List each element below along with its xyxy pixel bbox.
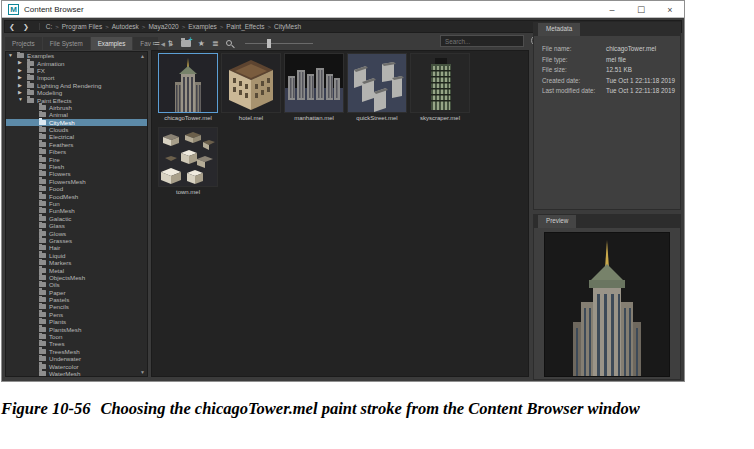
tree-item-label: Hair <box>49 244 60 251</box>
search-input[interactable] <box>440 35 524 47</box>
tree-item-treesmesh[interactable]: TreesMesh <box>6 348 147 355</box>
tree-item-liquid[interactable]: Liquid <box>6 252 147 259</box>
tree-item-paint-effects[interactable]: ▼Paint Effects <box>6 96 147 103</box>
tree-item-markers[interactable]: Markers <box>6 259 147 266</box>
tree-item-plantsmesh[interactable]: PlantsMesh <box>6 325 147 332</box>
list-view-icon[interactable]: ≔ <box>152 39 160 49</box>
tree-item-fire[interactable]: Fire <box>6 155 147 162</box>
tree-item-label: Animal <box>49 111 68 118</box>
tab-projects[interactable]: Projects <box>5 37 42 50</box>
tree-item-pens[interactable]: Pens <box>6 311 147 318</box>
tree-item-label: Flowers <box>49 170 71 177</box>
folder-icon <box>39 245 46 250</box>
tree-item-fibers[interactable]: Fibers <box>6 148 147 155</box>
tree-item-paper[interactable]: Paper <box>6 289 147 296</box>
tree-item-oils[interactable]: Oils <box>6 281 147 288</box>
forward-button[interactable]: ❯ <box>19 23 33 31</box>
tree-item-galactic[interactable]: Galactic <box>6 215 147 222</box>
tree-item-clouds[interactable]: Clouds <box>6 126 147 133</box>
filter-icon[interactable]: ≣ <box>212 39 219 49</box>
folder-icon <box>39 268 46 273</box>
breadcrumb-segment[interactable]: C: <box>46 23 53 30</box>
tree-item-fun[interactable]: Fun <box>6 200 147 207</box>
tree-item-feathers[interactable]: Feathers <box>6 141 147 148</box>
thumbnail-label: town.mel <box>157 189 219 195</box>
window-controls: – ☐ × <box>606 1 676 18</box>
folder-icon <box>39 208 46 213</box>
thumbnail-town[interactable]: town.mel <box>157 127 219 195</box>
tree-item-flesh[interactable]: Flesh <box>6 163 147 170</box>
tree-item-food[interactable]: Food <box>6 185 147 192</box>
tree-item-label: Underwater <box>49 355 81 362</box>
tree-item-funmesh[interactable]: FunMesh <box>6 207 147 214</box>
thumbnail-skyscraper[interactable]: skyscraper.mel <box>409 53 471 121</box>
collapse-arrow-icon[interactable]: ▶ <box>18 59 25 66</box>
folder-icon <box>39 194 46 199</box>
tree-item-foodmesh[interactable]: FoodMesh <box>6 192 147 199</box>
thumbnail-size-slider[interactable] <box>245 39 313 48</box>
breadcrumb-separator: > <box>105 24 109 30</box>
tab-file-system[interactable]: File System <box>43 37 90 50</box>
tree-item-toon[interactable]: Toon <box>6 333 147 340</box>
tree-item-label: Toon <box>49 333 62 340</box>
tree-item-label: Plants <box>49 318 66 325</box>
collapse-arrow-icon[interactable]: ▶ <box>18 74 25 81</box>
tree-item-airbrush[interactable]: Airbrush <box>6 104 147 111</box>
folder-icon <box>39 312 46 317</box>
back-button[interactable]: ❮ <box>5 23 19 31</box>
collapse-arrow-icon[interactable]: ▶ <box>18 67 25 74</box>
thumbnail-chicagoTower[interactable]: chicagoTower.mel <box>157 53 219 121</box>
tree-item-watermesh[interactable]: WaterMesh <box>6 370 147 377</box>
tree-item-label: Galactic <box>49 215 71 222</box>
tree-item-animal[interactable]: Animal <box>6 111 147 118</box>
tree-item-flowersmesh[interactable]: FlowersMesh <box>6 178 147 185</box>
thumbnail-manhattan[interactable]: manhattan.mel <box>283 53 345 121</box>
tree-item-objectsmesh[interactable]: ObjectsMesh <box>6 274 147 281</box>
breadcrumb-segment[interactable]: Program Files <box>62 23 102 30</box>
breadcrumb-segment[interactable]: Maya2020 <box>148 23 178 30</box>
favorites-star-icon[interactable]: ★ <box>198 39 205 49</box>
tab-examples[interactable]: Examples <box>91 37 133 50</box>
thumbnail-hotel[interactable]: hotel.mel <box>220 53 282 121</box>
new-folder-icon[interactable] <box>181 40 191 47</box>
tree-item-label: WaterMesh <box>49 370 80 377</box>
collapse-arrow-icon[interactable]: ▶ <box>18 82 25 89</box>
tree-item-pastels[interactable]: Pastels <box>6 296 147 303</box>
breadcrumb-segment[interactable]: Autodesk <box>112 23 139 30</box>
tree-item-flowers[interactable]: Flowers <box>6 170 147 177</box>
tree-item-watercolor[interactable]: Watercolor <box>6 362 147 369</box>
tree-item-electrical[interactable]: Electrical <box>6 133 147 140</box>
breadcrumb-segment[interactable]: CityMesh <box>274 23 301 30</box>
tree-item-metal[interactable]: Metal <box>6 266 147 273</box>
maximize-button[interactable]: ☐ <box>635 5 647 15</box>
folder-icon <box>39 297 46 302</box>
collapse-arrow-icon[interactable]: ▶ <box>18 89 25 96</box>
tree-item-label: Paint Effects <box>37 97 72 104</box>
zoom-icon[interactable] <box>226 40 234 48</box>
expand-arrow-icon[interactable]: ▼ <box>18 96 25 103</box>
expand-arrow-icon[interactable]: ▼ <box>8 52 15 59</box>
tab-metadata[interactable]: Metadata <box>538 23 580 36</box>
figure-caption-text: Choosing the chicagoTower.mel paint stro… <box>100 399 639 418</box>
chicago-tower-preview-art <box>551 238 663 376</box>
tree-item-underwater[interactable]: Underwater <box>6 355 147 362</box>
close-button[interactable]: × <box>664 5 676 15</box>
tree-item-glass[interactable]: Glass <box>6 222 147 229</box>
preview-image <box>544 232 670 377</box>
tree-item-pencils[interactable]: Pencils <box>6 303 147 310</box>
folder-icon <box>39 134 46 139</box>
thumbnail-quickStreet[interactable]: quickStreet.mel <box>346 53 408 121</box>
folder-icon <box>27 75 34 80</box>
tab-preview[interactable]: Preview <box>538 215 576 228</box>
tree-item-hair[interactable]: Hair <box>6 244 147 251</box>
tree-item-grasses[interactable]: Grasses <box>6 237 147 244</box>
tree-item-trees[interactable]: Trees <box>6 340 147 347</box>
tree-item-citymesh[interactable]: CityMesh <box>6 119 147 126</box>
titlebar[interactable]: M Content Browser – ☐ × <box>2 1 684 18</box>
minimize-button[interactable]: – <box>606 5 618 15</box>
tree-item-plants[interactable]: Plants <box>6 318 147 325</box>
up-one-level-icon[interactable]: ↰ <box>167 39 174 49</box>
breadcrumb-segment[interactable]: Examples <box>188 23 217 30</box>
breadcrumb-segment[interactable]: Paint_Effects <box>226 23 264 30</box>
tree-item-glows[interactable]: Glows <box>6 229 147 236</box>
